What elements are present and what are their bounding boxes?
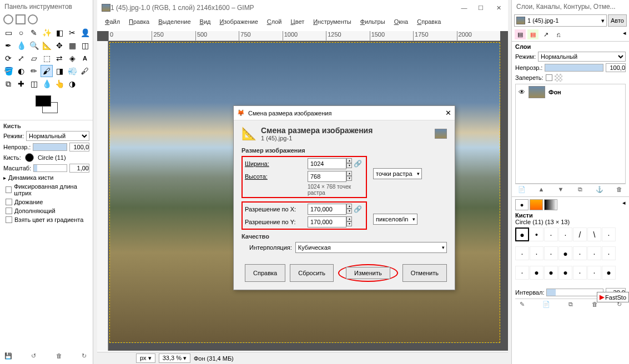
change-button[interactable]: Изменить [346, 267, 390, 279]
scale-slider[interactable] [33, 164, 67, 172]
foreground-tool[interactable]: 👤 [79, 27, 91, 39]
restore-options-icon[interactable]: ↺ [29, 351, 39, 361]
text-tool[interactable]: A [79, 52, 91, 64]
brush-cell[interactable]: • [530, 228, 544, 241]
fg-bg-colors[interactable] [30, 94, 63, 117]
resy-input[interactable] [308, 216, 346, 228]
patterns-tab[interactable] [530, 199, 543, 210]
dock-menu-icon[interactable]: ◂ [623, 29, 626, 39]
brush-cell[interactable]: / [573, 228, 587, 241]
dodge-tool[interactable]: ◑ [66, 78, 78, 90]
undo-tab-icon[interactable]: ⎌ [553, 29, 564, 39]
eye-icon[interactable]: 👁 [519, 88, 525, 96]
brush-cell[interactable]: · [573, 246, 587, 260]
layer-row[interactable]: 👁 Фон [516, 84, 625, 100]
width-down[interactable]: ▾ [346, 163, 352, 168]
res-unit-select[interactable]: пикселов/in [373, 214, 417, 225]
image-select[interactable]: 1 (45).jpg-1▾ [514, 14, 607, 27]
delete-layer-icon[interactable]: 🗑 [615, 186, 623, 193]
new-layer-icon[interactable]: 📄 [517, 186, 526, 193]
scissors-tool[interactable]: ✂ [66, 27, 78, 39]
paintbrush-tool[interactable]: 🖌 [41, 65, 53, 77]
lower-layer-icon[interactable]: ▼ [556, 186, 565, 193]
menu-image[interactable]: Изображение [215, 17, 262, 27]
rotate-tool[interactable]: ⟳ [2, 52, 14, 64]
incremental-checkbox[interactable] [6, 208, 12, 214]
link-icon[interactable]: 🔗 [354, 160, 364, 168]
ink-tool[interactable]: 🖋 [79, 65, 91, 77]
menu-file[interactable]: Файл [100, 17, 124, 27]
menu-layer[interactable]: Слой [263, 17, 286, 27]
mode-select[interactable]: Нормальный [26, 131, 89, 141]
color-select-tool[interactable]: ◧ [53, 27, 66, 39]
brush-cell[interactable]: ∙ [602, 246, 616, 260]
fg-color-swatch[interactable] [36, 95, 51, 107]
reset-options-icon[interactable]: ↻ [79, 351, 89, 361]
blend-tool[interactable]: ◐ [15, 65, 27, 77]
scale-input[interactable] [69, 164, 89, 173]
channels-tab-icon[interactable]: ▤ [527, 29, 539, 39]
resx-input[interactable] [308, 204, 346, 215]
layer-opacity-slider[interactable] [545, 64, 603, 72]
shear-tool[interactable]: ▱ [28, 52, 40, 64]
paths-tool[interactable]: ✒ [2, 39, 14, 52]
width-input[interactable] [308, 158, 346, 169]
fixed-length-checkbox[interactable] [6, 186, 12, 193]
brush-cell[interactable]: ∙ [558, 228, 572, 241]
resy-up[interactable]: ▴ [346, 216, 352, 221]
dialog-close-button[interactable]: ✕ [445, 109, 451, 117]
align-tool[interactable]: ▦ [66, 39, 78, 52]
layers-tab-icon[interactable]: ▤ [515, 29, 526, 39]
lock-pixels-checkbox[interactable] [546, 74, 552, 81]
flip-tool[interactable]: ⇄ [53, 52, 66, 64]
layer-opacity-input[interactable] [606, 63, 626, 72]
brush-cell[interactable]: · [530, 246, 544, 260]
brush-cell[interactable]: · [544, 228, 558, 241]
heal-tool[interactable]: ✚ [15, 78, 27, 90]
interval-slider[interactable] [546, 289, 603, 296]
brush-cell[interactable]: ● [515, 228, 529, 241]
ellipse-select-tool[interactable]: ○ [15, 27, 27, 39]
cancel-button[interactable]: Отменить [402, 264, 447, 282]
zoom-tool[interactable]: 🔍 [28, 39, 40, 52]
close-button[interactable]: ✕ [489, 0, 508, 16]
brush-menu-icon[interactable]: ◂ [622, 199, 626, 210]
color-picker-tool[interactable]: 💧 [15, 39, 27, 52]
perspective-clone-tool[interactable]: ◫ [28, 78, 40, 90]
menu-color[interactable]: Цвет [286, 17, 309, 27]
gradient-color-checkbox[interactable] [6, 216, 12, 223]
pencil-tool[interactable]: ✏ [28, 65, 40, 77]
dup-brush-icon[interactable]: ⧉ [566, 301, 575, 308]
brush-cell[interactable]: ● [544, 266, 558, 280]
brush-cell[interactable]: ● [558, 266, 572, 280]
anchor-layer-icon[interactable]: ⚓ [595, 186, 604, 193]
menu-windows[interactable]: Окна [390, 17, 413, 27]
bucket-tool[interactable]: 🪣 [2, 65, 14, 77]
brush-cell[interactable]: · [602, 228, 616, 241]
menu-view[interactable]: Вид [195, 17, 215, 27]
brush-cell[interactable]: ● [530, 266, 544, 280]
blur-tool[interactable]: 💧 [41, 78, 53, 90]
brush-cell[interactable]: ● [558, 246, 572, 260]
reset-button[interactable]: Сбросить [290, 264, 334, 282]
crop-tool[interactable]: ◫ [79, 39, 91, 52]
opacity-slider[interactable] [33, 143, 67, 151]
cage-tool[interactable]: ◈ [66, 52, 78, 64]
height-input[interactable] [308, 171, 346, 182]
clone-tool[interactable]: ⧉ [2, 78, 14, 90]
width-up[interactable]: ▴ [346, 158, 352, 163]
status-unit[interactable]: px ▾ [136, 353, 155, 363]
eraser-tool[interactable]: ◨ [53, 65, 66, 77]
brush-cell[interactable]: ● [602, 266, 616, 280]
height-up[interactable]: ▴ [346, 171, 352, 176]
save-options-icon[interactable]: 💾 [3, 351, 13, 361]
move-tool[interactable]: ✥ [53, 39, 66, 52]
delete-options-icon[interactable]: 🗑 [54, 351, 64, 361]
menu-tools[interactable]: Инструменты [309, 17, 356, 27]
resx-up[interactable]: ▴ [346, 204, 352, 209]
scale-tool[interactable]: ⤢ [15, 52, 27, 64]
brushes-tab[interactable]: ● [515, 199, 529, 210]
edit-brush-icon[interactable]: ✎ [517, 301, 526, 308]
height-down[interactable]: ▾ [346, 176, 352, 181]
gradients-tab[interactable] [544, 199, 557, 210]
